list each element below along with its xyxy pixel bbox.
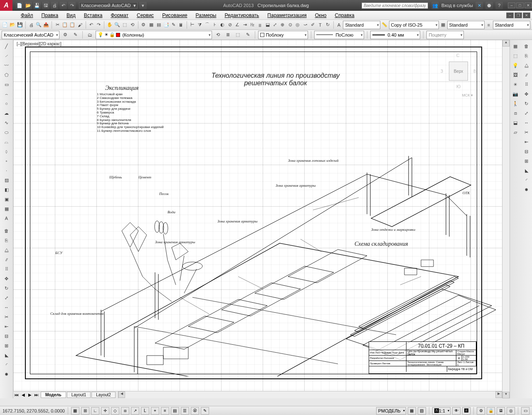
line-icon[interactable]: ╱ <box>2 42 12 51</box>
preview-icon[interactable]: 🔍 <box>35 21 42 29</box>
copy-obj-icon[interactable]: ⎘ <box>2 236 12 245</box>
block-icon[interactable]: ▫ <box>2 156 12 166</box>
dimtedit-icon[interactable]: T <box>317 21 323 29</box>
stretch-icon[interactable]: ↔ <box>2 303 12 312</box>
mirror-icon[interactable]: ⧋ <box>2 245 12 254</box>
break-icon[interactable]: ⊟ <box>2 331 12 341</box>
scale-icon[interactable]: ⤢ <box>2 293 12 302</box>
close-button[interactable]: ✕ <box>525 2 532 8</box>
qat-open-icon[interactable]: 📂 <box>25 2 32 9</box>
menu-help[interactable]: Справка <box>331 12 359 19</box>
dimupdate-icon[interactable]: ↻ <box>324 21 331 29</box>
menu-service[interactable]: Сервис <box>133 12 158 19</box>
qat-save-icon[interactable]: 💾 <box>33 2 41 9</box>
qat-saveas-icon[interactable]: 🖫 <box>42 2 49 9</box>
status-otrack-icon[interactable]: ↗ <box>131 407 139 415</box>
status-model-button[interactable]: РМОДЕЛЬ <box>376 407 406 415</box>
zoom-window-icon[interactable]: ⬚ <box>121 21 128 29</box>
layer-match-icon[interactable]: ✎ <box>244 31 252 39</box>
palette-rotate2-icon[interactable]: ↻ <box>522 99 531 108</box>
palette-erase2-icon[interactable]: 🗑 <box>522 42 531 51</box>
menu-format[interactable]: Формат <box>106 12 133 19</box>
publish-icon[interactable]: 📤 <box>43 21 49 29</box>
palette-offset2-icon[interactable]: ⫽ <box>522 70 531 79</box>
dimquick-icon[interactable]: ⇥ <box>241 21 248 29</box>
palette-walk-icon[interactable]: 🚶 <box>511 99 520 108</box>
qcalc-icon[interactable]: 🖩 <box>178 21 185 29</box>
hscroll-left[interactable]: ◀ <box>118 391 125 398</box>
dimradius-icon[interactable]: ◐ <box>219 21 226 29</box>
undo-icon[interactable]: ↶ <box>88 21 94 29</box>
palette-copy2-icon[interactable]: ⎘ <box>522 51 531 60</box>
doc-restore-button[interactable]: ❐ <box>515 12 522 18</box>
pan-icon[interactable]: ✋ <box>106 21 113 29</box>
menu-edit[interactable]: Правка <box>37 12 63 19</box>
tab-nav-prev[interactable]: ◀ <box>20 393 27 397</box>
dimordinate-icon[interactable]: ⊦ <box>212 21 218 29</box>
dimang-icon[interactable]: ∠ <box>234 21 241 29</box>
text-a-icon[interactable]: A <box>335 21 342 29</box>
properties-icon[interactable]: ⚙ <box>140 21 147 29</box>
explode-icon[interactable]: ✸ <box>2 370 12 379</box>
tolerance-icon[interactable]: ⊕ <box>279 21 286 29</box>
dimarc-icon[interactable]: ⌒ <box>204 21 211 29</box>
palette-scale2-icon[interactable]: ⤢ <box>522 109 531 118</box>
status-clean-icon[interactable]: ▭ <box>521 407 530 415</box>
fillet-icon[interactable]: ◜ <box>2 360 12 369</box>
paste-icon[interactable]: 📋 <box>69 21 76 29</box>
status-dyn-icon[interactable]: + <box>151 407 159 415</box>
dimspace-icon[interactable]: ⬓ <box>264 21 271 29</box>
dimlinear-icon[interactable]: ⊢ <box>189 21 196 29</box>
workspace-settings-icon[interactable]: ⚙ <box>61 31 69 39</box>
diminspect-icon[interactable]: ◎ <box>294 21 301 29</box>
workspace-prop-dropdown[interactable]: Классический AutoCAD <box>2 31 59 39</box>
palette-join2-icon[interactable]: ⊞ <box>522 156 531 166</box>
layer-prev-icon[interactable]: ⟲ <box>214 31 222 39</box>
palette-extend2-icon[interactable]: ⇤ <box>522 137 531 146</box>
rectangle-icon[interactable]: ▭ <box>2 80 12 89</box>
qat-redo-icon[interactable]: ↷ <box>68 2 76 9</box>
palette-3dalign-icon[interactable]: ⧈ <box>511 109 520 118</box>
hscroll-track[interactable] <box>125 391 495 398</box>
extend-icon[interactable]: ⇤ <box>2 322 12 331</box>
ellipsearc-icon[interactable]: ⌓ <box>2 137 12 146</box>
gradient-icon[interactable]: ◧ <box>2 185 12 194</box>
menu-modify[interactable]: Редактировать <box>220 12 263 19</box>
drawing-canvas[interactable]: [–][Верхняя][2D каркас] С Ю В З Верх МСК… <box>13 40 502 391</box>
designcenter-icon[interactable]: ▦ <box>148 21 155 29</box>
dimjog-icon[interactable]: ⤻ <box>302 21 308 29</box>
dimdia-icon[interactable]: ⊘ <box>227 21 233 29</box>
status-quickview-icon[interactable]: ▦ <box>408 407 416 415</box>
save-icon[interactable]: 💾 <box>17 21 23 29</box>
pline-icon[interactable]: 〰 <box>2 61 12 70</box>
dimcont-icon[interactable]: ⫼ <box>257 21 264 29</box>
menu-view[interactable]: Вид <box>62 12 80 19</box>
menu-insert[interactable]: Вставка <box>80 12 107 19</box>
tablestyle-icon[interactable]: ▦ <box>440 21 446 29</box>
dimstyle-dropdown[interactable]: Copy of ISO-25 <box>389 21 439 29</box>
signin-link[interactable]: Вход в службы <box>441 3 473 8</box>
insert-icon[interactable]: ⎀ <box>2 147 12 156</box>
workspace-save-icon[interactable]: ✎ <box>71 31 79 39</box>
status-annoauto-icon[interactable]: 🅰 <box>462 407 470 415</box>
vscroll-down[interactable]: ▼ <box>502 392 510 398</box>
status-polar-icon[interactable]: ✛ <box>101 407 109 415</box>
status-annoscale-dropdown[interactable]: 🅰 1:1 <box>432 407 451 415</box>
hscroll-right[interactable]: ▶ <box>495 391 502 398</box>
chamfer-icon[interactable]: ◣ <box>2 351 12 360</box>
mlstyle-icon[interactable]: ≡ <box>485 21 492 29</box>
palette-section-icon[interactable]: ⬓ <box>511 118 520 127</box>
palette-mirror2-icon[interactable]: ⧋ <box>522 61 531 70</box>
palette-render-icon[interactable]: 🖼 <box>511 70 520 79</box>
status-annovis-icon[interactable]: 👁 <box>452 407 461 415</box>
palette-array2-icon[interactable]: ⠿ <box>522 80 531 89</box>
new-icon[interactable]: 📄 <box>2 21 8 29</box>
layer-iso-icon[interactable]: ⬚ <box>234 31 242 39</box>
status-tpy-icon[interactable]: ▤ <box>171 407 179 415</box>
palette-camera-icon[interactable]: 📷 <box>511 89 520 99</box>
mlstyle-dropdown[interactable]: Standard <box>493 21 530 29</box>
toolpalette-icon[interactable]: ▤ <box>155 21 162 29</box>
palette-lights-icon[interactable]: 💡 <box>511 61 520 70</box>
status-snap-icon[interactable]: ▦ <box>71 407 79 415</box>
revcloud-icon[interactable]: ☁ <box>2 109 12 118</box>
